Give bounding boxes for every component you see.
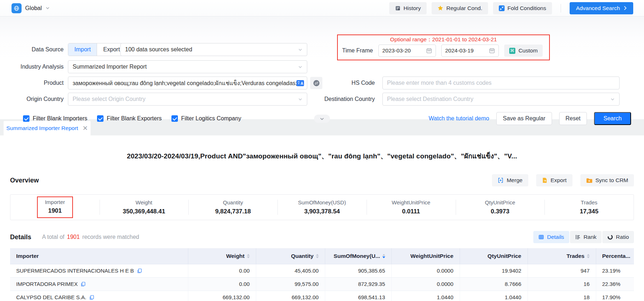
view-rank-button[interactable]: Rank — [570, 231, 602, 243]
details-title: Details — [10, 233, 31, 241]
optional-range-text: Optional range：2021-01-01 to 2024-03-21 — [338, 36, 549, 43]
col-quantity[interactable]: Quantity — [256, 248, 325, 264]
regular-cond-button[interactable]: Regular Cond. — [432, 2, 488, 14]
sort-icon[interactable] — [247, 254, 250, 258]
chevron-down-icon — [610, 97, 615, 102]
destination-country-label: Destination Country — [303, 96, 375, 102]
search-button[interactable]: Search — [594, 112, 631, 125]
data-sources-select[interactable]: 100 data sources selected — [120, 43, 307, 56]
filter-blank-importers-checkbox[interactable]: Filter Blank Importers — [23, 115, 87, 122]
destination-country-select[interactable]: Please select Destination Country — [382, 93, 620, 106]
col-sum-of-money[interactable]: SumOfMoney(U... — [325, 248, 391, 264]
data-source-toggle: Import Export — [68, 43, 126, 56]
hs-code-input[interactable] — [387, 80, 615, 86]
report-content: 2023/03/20-2024/03/19,Product AND"заморо… — [0, 135, 644, 301]
save-as-regular-button[interactable]: Save as Regular — [496, 112, 552, 125]
details-header: Details A total of1901records were match… — [10, 231, 634, 243]
hs-code-input-wrap — [382, 77, 620, 89]
col-percentage: Percenta... — [596, 248, 634, 264]
product-label: Product — [0, 80, 64, 86]
importer-name[interactable]: SUPERMERCADOS INTERNACIONALES H E B — [16, 268, 134, 274]
records-summary: A total of1901records were matched — [42, 234, 139, 240]
folder-sync-icon — [586, 178, 592, 183]
annotation-box-timeframe: Optional range：2021-01-01 to 2024-03-21 … — [337, 34, 550, 60]
custom-icon: ⌘ — [509, 48, 515, 54]
filter-logitics-company-checkbox[interactable]: Filter Logitics Company — [171, 115, 241, 122]
product-input-wrap: A — [68, 77, 307, 89]
fold-conditions-button[interactable]: Fold Conditions — [493, 2, 552, 14]
importer-name[interactable]: IMPORTADORA PRIMEX — [16, 281, 78, 287]
stat-weight-unit-price: WeightUnitPrice 0.0111 — [367, 195, 456, 220]
checkbox-checked-icon — [23, 115, 29, 122]
chevron-down-icon — [298, 65, 303, 69]
col-importer: Importer — [10, 248, 188, 264]
export-button[interactable]: Export — [536, 174, 572, 186]
stat-trades: Trades 17,345 — [544, 195, 634, 220]
import-tab[interactable]: Import — [68, 43, 97, 56]
history-button[interactable]: History — [389, 2, 427, 14]
product-input[interactable] — [73, 80, 296, 86]
sort-icon-active-desc[interactable] — [382, 254, 385, 258]
chevron-right-icon — [624, 6, 627, 10]
table-header-row: Importer Weight Quantity SumOfMoney(U...… — [10, 248, 634, 264]
importer-name[interactable]: CALYPSO DEL CARIBE S.A. — [16, 294, 86, 300]
sync-to-crm-button[interactable]: Sync to CRM — [580, 174, 634, 186]
collapse-form-button[interactable] — [314, 115, 330, 123]
star-icon — [437, 5, 443, 11]
sort-icon[interactable] — [316, 254, 319, 258]
overview-header: Overview Merge Export Sync to CRM — [10, 174, 634, 186]
table-grid-icon — [538, 234, 544, 240]
checkbox-checked-icon — [97, 115, 104, 122]
donut-chart-icon — [607, 234, 613, 240]
topbar-actions: History Regular Cond. Fold Conditions Ad… — [384, 2, 633, 14]
col-qty-unit-price: QtyUnitPrice — [460, 248, 528, 264]
hs-code-label: HS Code — [303, 80, 375, 86]
close-icon[interactable]: ✕ — [82, 125, 88, 131]
col-trades[interactable]: Trades — [528, 248, 596, 264]
rank-bars-icon — [575, 234, 581, 240]
view-ratio-button[interactable]: Ratio — [602, 231, 634, 243]
col-weight[interactable]: Weight — [188, 248, 256, 264]
checkbox-checked-icon — [171, 115, 178, 122]
copy-icon[interactable] — [137, 268, 142, 273]
chevron-down-icon — [298, 97, 303, 102]
industry-analysis-select[interactable]: Summarized Importer Report — [68, 60, 307, 73]
table-row: CALYPSO DEL CARIBE S.A. 669,132.00 669,1… — [10, 291, 634, 301]
chevron-down-icon — [319, 116, 325, 121]
fold-icon — [499, 5, 505, 11]
start-date-input[interactable]: 2023-03-20 — [378, 45, 436, 57]
end-date-input[interactable]: 2024-03-19 — [441, 45, 499, 57]
copy-icon[interactable] — [80, 282, 86, 287]
merge-button[interactable]: Merge — [492, 174, 528, 186]
overview-title: Overview — [10, 177, 39, 184]
time-frame-label: Time Frame — [342, 47, 373, 54]
tutorial-demo-link[interactable]: Watch the tutorial demo — [429, 115, 489, 122]
search-form: Data Source Import Export 100 data sourc… — [0, 17, 644, 119]
custom-range-button[interactable]: ⌘ Custom — [504, 45, 543, 57]
calendar-icon — [426, 48, 432, 54]
filter-checkbox-row: Filter Blank Importers Filter Blank Expo… — [23, 112, 241, 125]
origin-country-select[interactable]: Please select Origin Country — [68, 93, 307, 106]
stat-weight: Weight 350,369,448.41 — [100, 195, 189, 220]
overview-stats-card: Importer 1901 Weight 350,369,448.41 Quan… — [10, 194, 634, 220]
topbar: Global History Regular Cond. Fold Condit… — [0, 0, 644, 17]
filter-blank-exporters-checkbox[interactable]: Filter Blank Exporters — [97, 115, 162, 122]
annotation-box-importer: Importer 1901 — [37, 196, 73, 218]
copy-icon[interactable] — [89, 295, 94, 300]
view-details-button[interactable]: Details — [533, 231, 569, 243]
divider — [561, 4, 561, 13]
region-label: Global — [25, 5, 42, 11]
record-count: 1901 — [67, 234, 80, 240]
advanced-search-button[interactable]: Advanced Search — [570, 2, 633, 14]
table-row: SUPERMERCADOS INTERNACIONALES H E B 0.00… — [10, 264, 634, 277]
col-weight-unit-price: WeightUnitPrice — [391, 248, 460, 264]
form-actions: Watch the tutorial demo Save as Regular … — [429, 112, 631, 125]
reset-button[interactable]: Reset — [559, 112, 587, 125]
export-icon — [542, 177, 547, 183]
region-selector[interactable]: Global — [12, 3, 50, 13]
table-row: IMPORTADORA PRIMEX 0.00 99,575.00 872,92… — [10, 277, 634, 291]
sort-icon[interactable] — [587, 254, 590, 258]
stat-qty-unit-price: QtyUnitPrice 0.3973 — [456, 195, 545, 220]
merge-icon — [498, 177, 503, 183]
view-switcher: Details Rank Ratio — [533, 231, 634, 243]
